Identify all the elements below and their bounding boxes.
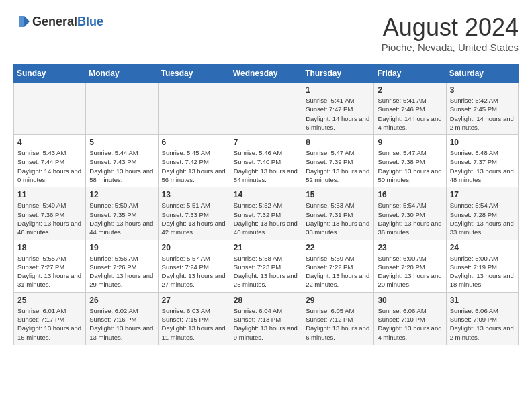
header-day-friday: Friday	[374, 64, 446, 83]
day-number: 31	[450, 295, 515, 305]
calendar-cell: 30Sunrise: 6:06 AMSunset: 7:10 PMDayligh…	[374, 292, 446, 345]
title-section: August 2024 Pioche, Nevada, United State…	[382, 13, 519, 53]
day-info: Sunrise: 6:06 AMSunset: 7:10 PMDaylight:…	[378, 306, 442, 342]
calendar-cell: 20Sunrise: 5:57 AMSunset: 7:24 PMDayligh…	[158, 240, 230, 292]
day-number: 30	[378, 295, 442, 305]
logo: GeneralBlue	[13, 13, 103, 30]
calendar-week-1: 1Sunrise: 5:41 AMSunset: 7:47 PMDaylight…	[14, 83, 519, 135]
calendar-cell: 18Sunrise: 5:55 AMSunset: 7:27 PMDayligh…	[14, 240, 86, 292]
day-info: Sunrise: 6:04 AMSunset: 7:13 PMDaylight:…	[234, 306, 298, 342]
calendar-cell: 10Sunrise: 5:48 AMSunset: 7:37 PMDayligh…	[446, 135, 518, 187]
calendar-cell: 3Sunrise: 5:42 AMSunset: 7:45 PMDaylight…	[446, 83, 518, 135]
day-number: 21	[234, 243, 298, 253]
calendar-cell: 15Sunrise: 5:53 AMSunset: 7:31 PMDayligh…	[302, 187, 374, 240]
page-header: GeneralBlue August 2024 Pioche, Nevada, …	[13, 13, 519, 53]
day-number: 5	[89, 138, 154, 147]
day-info: Sunrise: 5:59 AMSunset: 7:22 PMDaylight:…	[306, 254, 370, 289]
calendar-cell: 17Sunrise: 5:54 AMSunset: 7:28 PMDayligh…	[446, 187, 518, 240]
calendar-cell: 22Sunrise: 5:59 AMSunset: 7:22 PMDayligh…	[302, 240, 374, 292]
day-number: 16	[378, 190, 442, 199]
calendar-cell: 25Sunrise: 6:01 AMSunset: 7:17 PMDayligh…	[14, 292, 86, 345]
day-number: 27	[162, 295, 226, 305]
calendar-cell: 13Sunrise: 5:51 AMSunset: 7:33 PMDayligh…	[158, 187, 230, 240]
calendar-cell: 6Sunrise: 5:45 AMSunset: 7:42 PMDaylight…	[158, 135, 230, 187]
calendar-cell: 29Sunrise: 6:05 AMSunset: 7:12 PMDayligh…	[302, 292, 374, 345]
page-subtitle: Pioche, Nevada, United States	[382, 42, 519, 53]
day-info: Sunrise: 5:41 AMSunset: 7:46 PMDaylight:…	[378, 96, 442, 132]
calendar-cell: 9Sunrise: 5:47 AMSunset: 7:38 PMDaylight…	[374, 135, 446, 187]
day-info: Sunrise: 5:52 AMSunset: 7:32 PMDaylight:…	[234, 201, 298, 236]
day-number: 19	[89, 243, 154, 253]
logo-text-blue: Blue	[77, 15, 103, 28]
day-number: 17	[450, 190, 515, 199]
day-info: Sunrise: 5:45 AMSunset: 7:42 PMDaylight:…	[162, 148, 226, 184]
header-day-sunday: Sunday	[14, 64, 86, 83]
page-title: August 2024	[382, 13, 519, 42]
svg-marker-1	[19, 16, 24, 27]
day-number: 2	[378, 85, 442, 95]
day-info: Sunrise: 6:00 AMSunset: 7:20 PMDaylight:…	[378, 254, 442, 289]
calendar-cell	[14, 83, 86, 135]
header-day-saturday: Saturday	[446, 64, 518, 83]
day-info: Sunrise: 6:05 AMSunset: 7:12 PMDaylight:…	[306, 306, 370, 342]
calendar-cell: 31Sunrise: 6:06 AMSunset: 7:09 PMDayligh…	[446, 292, 518, 345]
day-number: 7	[234, 138, 298, 147]
day-info: Sunrise: 5:41 AMSunset: 7:47 PMDaylight:…	[306, 96, 370, 132]
calendar-cell: 28Sunrise: 6:04 AMSunset: 7:13 PMDayligh…	[230, 292, 302, 345]
calendar-body: 1Sunrise: 5:41 AMSunset: 7:47 PMDaylight…	[14, 83, 519, 345]
day-number: 6	[162, 138, 226, 147]
day-info: Sunrise: 5:50 AMSunset: 7:35 PMDaylight:…	[89, 201, 154, 236]
day-info: Sunrise: 6:00 AMSunset: 7:19 PMDaylight:…	[450, 254, 515, 289]
day-number: 28	[234, 295, 298, 305]
day-number: 11	[17, 190, 82, 199]
day-number: 20	[162, 243, 226, 253]
header-day-tuesday: Tuesday	[158, 64, 230, 83]
day-info: Sunrise: 5:58 AMSunset: 7:23 PMDaylight:…	[234, 254, 298, 289]
calendar-week-3: 11Sunrise: 5:49 AMSunset: 7:36 PMDayligh…	[14, 187, 519, 240]
day-info: Sunrise: 5:42 AMSunset: 7:45 PMDaylight:…	[450, 96, 515, 132]
calendar-cell: 24Sunrise: 6:00 AMSunset: 7:19 PMDayligh…	[446, 240, 518, 292]
day-number: 25	[17, 295, 82, 305]
calendar-week-2: 4Sunrise: 5:43 AMSunset: 7:44 PMDaylight…	[14, 135, 519, 187]
calendar-cell: 21Sunrise: 5:58 AMSunset: 7:23 PMDayligh…	[230, 240, 302, 292]
day-number: 22	[306, 243, 370, 253]
calendar-cell: 5Sunrise: 5:44 AMSunset: 7:43 PMDaylight…	[86, 135, 158, 187]
day-info: Sunrise: 5:57 AMSunset: 7:24 PMDaylight:…	[162, 254, 226, 289]
calendar-week-4: 18Sunrise: 5:55 AMSunset: 7:27 PMDayligh…	[14, 240, 519, 292]
calendar-cell: 14Sunrise: 5:52 AMSunset: 7:32 PMDayligh…	[230, 187, 302, 240]
calendar-cell: 1Sunrise: 5:41 AMSunset: 7:47 PMDaylight…	[302, 83, 374, 135]
day-number: 24	[450, 243, 515, 253]
day-info: Sunrise: 5:46 AMSunset: 7:40 PMDaylight:…	[234, 148, 298, 184]
day-number: 3	[450, 85, 515, 95]
day-info: Sunrise: 6:06 AMSunset: 7:09 PMDaylight:…	[450, 306, 515, 342]
day-number: 23	[378, 243, 442, 253]
day-number: 18	[17, 243, 82, 253]
calendar-cell: 11Sunrise: 5:49 AMSunset: 7:36 PMDayligh…	[14, 187, 86, 240]
day-info: Sunrise: 5:47 AMSunset: 7:38 PMDaylight:…	[378, 148, 442, 184]
day-number: 4	[17, 138, 82, 147]
header-day-monday: Monday	[86, 64, 158, 83]
day-info: Sunrise: 5:48 AMSunset: 7:37 PMDaylight:…	[450, 148, 515, 184]
day-info: Sunrise: 5:53 AMSunset: 7:31 PMDaylight:…	[306, 201, 370, 236]
day-info: Sunrise: 5:51 AMSunset: 7:33 PMDaylight:…	[162, 201, 226, 236]
calendar-table: SundayMondayTuesdayWednesdayThursdayFrid…	[13, 64, 519, 345]
calendar-cell: 16Sunrise: 5:54 AMSunset: 7:30 PMDayligh…	[374, 187, 446, 240]
day-number: 1	[306, 85, 370, 95]
day-number: 29	[306, 295, 370, 305]
day-number: 12	[89, 190, 154, 199]
day-info: Sunrise: 5:43 AMSunset: 7:44 PMDaylight:…	[17, 148, 82, 184]
calendar-cell	[158, 83, 230, 135]
calendar-week-5: 25Sunrise: 6:01 AMSunset: 7:17 PMDayligh…	[14, 292, 519, 345]
day-number: 14	[234, 190, 298, 199]
header-day-wednesday: Wednesday	[230, 64, 302, 83]
day-info: Sunrise: 6:03 AMSunset: 7:15 PMDaylight:…	[162, 306, 226, 342]
day-info: Sunrise: 5:54 AMSunset: 7:30 PMDaylight:…	[378, 201, 442, 236]
calendar-cell	[86, 83, 158, 135]
day-info: Sunrise: 5:55 AMSunset: 7:27 PMDaylight:…	[17, 254, 82, 289]
calendar-cell: 27Sunrise: 6:03 AMSunset: 7:15 PMDayligh…	[158, 292, 230, 345]
day-info: Sunrise: 6:01 AMSunset: 7:17 PMDaylight:…	[17, 306, 82, 342]
calendar-header: SundayMondayTuesdayWednesdayThursdayFrid…	[14, 64, 519, 83]
day-info: Sunrise: 5:49 AMSunset: 7:36 PMDaylight:…	[17, 201, 82, 236]
day-number: 15	[306, 190, 370, 199]
day-info: Sunrise: 5:47 AMSunset: 7:39 PMDaylight:…	[306, 148, 370, 184]
